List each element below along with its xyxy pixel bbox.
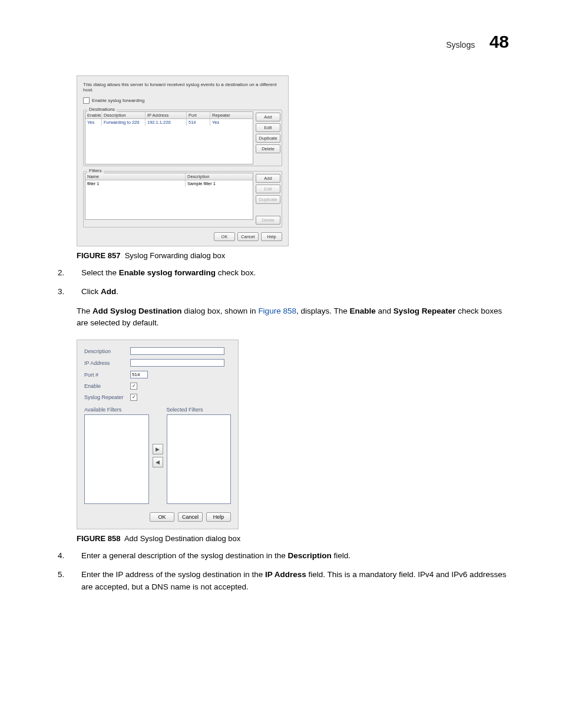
ok-button[interactable]: OK <box>150 512 174 522</box>
selected-filters-label: Selected Filters <box>167 407 232 413</box>
add-syslog-destination-dialog: Description IP Address Port # 514 Enable… <box>77 340 239 529</box>
cell-port: 514 <box>187 119 210 126</box>
header-section: Syslogs <box>446 40 475 50</box>
figure-857-caption: FIGURE 857 Syslog Forwarding dialog box <box>77 251 509 260</box>
filters-delete-button[interactable]: Delete <box>256 216 280 225</box>
step-number: 4. <box>53 550 81 562</box>
port-field[interactable]: 514 <box>130 371 148 378</box>
port-label: Port # <box>84 372 130 378</box>
description-label: Description <box>84 348 130 354</box>
available-filters-label: Available Filters <box>84 407 149 413</box>
enable-checkbox[interactable]: ✓ <box>130 383 137 390</box>
enable-label: Enable <box>84 383 130 389</box>
filters-panel-title: Filters <box>87 168 104 173</box>
step-5: 5. Enter the IP address of the syslog de… <box>53 569 509 593</box>
table-row[interactable]: Yes Forwarding to 220 192.1.1.220 514 Ye… <box>85 119 253 126</box>
filters-table[interactable]: Name Description filter 1 Sample filter … <box>85 173 253 220</box>
cell-repeater: Yes <box>210 119 234 126</box>
col-name[interactable]: Name <box>85 173 186 180</box>
cell-ip: 192.1.1.220 <box>146 119 187 126</box>
filters-add-button[interactable]: Add <box>256 174 280 183</box>
step-number: 2. <box>53 267 81 279</box>
figure-858-caption: FIGURE 858 Add Syslog Destination dialog… <box>77 534 509 543</box>
col-port[interactable]: Port <box>187 112 210 118</box>
col-description[interactable]: Description <box>102 112 146 118</box>
figure-858-link[interactable]: Figure 858 <box>258 307 296 315</box>
destinations-duplicate-button[interactable]: Duplicate <box>256 134 280 143</box>
ip-address-label: IP Address <box>84 360 130 366</box>
step-number: 3. <box>53 286 81 298</box>
step-2: 2. Select the Enable syslog forwarding c… <box>53 267 509 279</box>
syslog-forwarding-dialog: This dialog allows this server to forwar… <box>77 75 289 246</box>
page-header: Syslogs 48 <box>53 32 509 52</box>
cancel-button[interactable]: Cancel <box>237 232 259 241</box>
cell-filter-name: filter 1 <box>85 180 186 187</box>
move-left-button[interactable]: ◀ <box>153 457 163 467</box>
destinations-panel-title: Destinations <box>87 107 117 112</box>
cell-enable: Yes <box>85 119 102 126</box>
step-3: 3. Click Add. <box>53 286 509 298</box>
filters-edit-button[interactable]: Edit <box>256 185 280 193</box>
description-field[interactable] <box>130 347 224 355</box>
filters-duplicate-button[interactable]: Duplicate <box>256 195 280 204</box>
syslog-repeater-label: Syslog Repeater <box>84 394 130 400</box>
destinations-delete-button[interactable]: Delete <box>256 144 280 153</box>
table-row[interactable]: filter 1 Sample filter 1 <box>85 180 253 187</box>
col-filter-description[interactable]: Description <box>186 173 244 180</box>
step-4: 4. Enter a general description of the sy… <box>53 550 509 562</box>
enable-forwarding-checkbox[interactable] <box>83 97 90 104</box>
cell-description: Forwarding to 220 <box>102 119 146 126</box>
ip-address-field[interactable] <box>130 359 224 367</box>
destinations-edit-button[interactable]: Edit <box>256 123 280 132</box>
header-page-number: 48 <box>490 32 509 52</box>
col-enable[interactable]: Enable <box>85 112 102 118</box>
help-button[interactable]: Help <box>261 232 282 241</box>
ok-button[interactable]: OK <box>214 232 235 241</box>
step-number: 5. <box>53 569 81 593</box>
syslog-repeater-checkbox[interactable]: ✓ <box>130 394 137 401</box>
col-ip-address[interactable]: IP Address <box>146 112 187 118</box>
cancel-button[interactable]: Cancel <box>178 512 203 522</box>
cell-filter-description: Sample filter 1 <box>186 180 244 187</box>
destinations-add-button[interactable]: Add <box>256 113 280 121</box>
help-button[interactable]: Help <box>206 512 231 522</box>
destinations-table[interactable]: Enable Description IP Address Port Repea… <box>85 111 253 164</box>
col-repeater[interactable]: Repeater <box>210 112 234 118</box>
move-right-button[interactable]: ▶ <box>153 444 163 454</box>
step-3-subtext: The Add Syslog Destination dialog box, s… <box>77 305 509 330</box>
enable-forwarding-label: Enable syslog forwarding <box>92 98 144 103</box>
selected-filters-list[interactable] <box>167 414 232 504</box>
dialog-intro-text: This dialog allows this server to forwar… <box>83 82 282 93</box>
available-filters-list[interactable] <box>84 414 149 504</box>
